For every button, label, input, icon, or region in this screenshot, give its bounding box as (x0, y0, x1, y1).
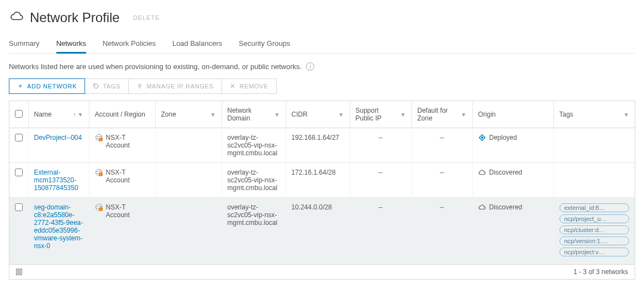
nsxt-icon: T (95, 169, 103, 176)
zone-cell (155, 198, 221, 265)
col-account[interactable]: Account / Region (89, 101, 155, 128)
cidr-cell: 10.244.0.0/28 (286, 198, 350, 265)
tag-pill[interactable]: ncp/cluster:d… (559, 225, 630, 234)
origin-cell: Discovered (472, 163, 553, 198)
support-public-ip-cell: -- (350, 163, 411, 198)
svg-point-1 (139, 84, 141, 87)
ip-range-icon (136, 83, 143, 90)
tab-summary[interactable]: Summary (9, 36, 40, 53)
filter-icon[interactable]: ▼ (339, 112, 344, 118)
col-default-for-zone[interactable]: Default for Zone▼ (411, 101, 472, 128)
table-row[interactable]: External-mcm1373520-150877845350TNSX-T A… (9, 163, 635, 198)
filter-icon[interactable]: ▼ (275, 112, 280, 118)
add-network-button[interactable]: + ADD NETWORK (9, 78, 85, 94)
cloud-icon (9, 9, 24, 26)
nsxt-icon: T (95, 203, 103, 211)
remove-icon: ✕ (230, 83, 236, 90)
row-checkbox[interactable] (15, 134, 23, 141)
tab-load-balancers[interactable]: Load Balancers (172, 36, 222, 53)
tag-pill[interactable]: ncp/project_u… (559, 214, 630, 223)
tab-network-policies[interactable]: Network Policies (103, 36, 156, 53)
network-name-link[interactable]: DevProject--004 (28, 128, 89, 163)
delete-button[interactable]: DELETE (133, 14, 160, 21)
svg-text:T: T (100, 208, 102, 211)
table-row[interactable]: seg-domain-c8:e2a5580e-2772-43f5-9eea-ed… (9, 198, 635, 265)
network-name-link[interactable]: External-mcm1373520-150877845350 (28, 163, 89, 198)
svg-text:T: T (100, 174, 102, 176)
table-toolbar: + ADD NETWORK TAGS MANAGE IP RANGES ✕ RE… (9, 78, 277, 94)
svg-text:T: T (100, 139, 102, 141)
info-icon[interactable]: i (306, 62, 314, 71)
cidr-cell: 192.168.1.64/27 (286, 128, 350, 163)
table-row[interactable]: DevProject--004TNSX-T Accountoverlay-tz-… (9, 128, 635, 163)
filter-icon[interactable]: ▼ (400, 112, 406, 118)
networks-table: Name↑ ▼ Account / Region Zone▼ Network D… (9, 101, 635, 280)
discovered-icon (478, 203, 486, 211)
col-zone[interactable]: Zone▼ (155, 101, 221, 128)
col-network-domain[interactable]: Network Domain▼ (221, 101, 286, 128)
filter-icon[interactable]: ▼ (78, 112, 83, 118)
filter-icon[interactable]: ▼ (210, 112, 216, 118)
network-domain-cell: overlay-tz-sc2vc05-vip-nsx-mgmt.cmbu.loc… (221, 198, 286, 265)
origin-cell: Discovered (472, 198, 553, 265)
default-for-zone-cell: -- (411, 198, 472, 265)
origin-cell: Deployed (472, 128, 553, 163)
deployed-icon (478, 134, 486, 141)
account-cell: TNSX-T Account (89, 128, 155, 163)
filter-icon[interactable]: ▼ (461, 112, 467, 118)
filter-icon[interactable]: ▼ (624, 112, 629, 118)
col-name[interactable]: Name↑ ▼ (28, 101, 89, 128)
default-for-zone-cell: -- (411, 128, 472, 163)
select-all-header[interactable] (9, 101, 28, 128)
column-toggle-icon[interactable] (16, 269, 24, 275)
tag-pill[interactable]: ncp/project:v… (559, 248, 630, 256)
tag-pill[interactable]: ncp/version:1.… (559, 237, 630, 245)
col-origin[interactable]: Origin (472, 101, 553, 128)
manage-ip-ranges-button[interactable]: MANAGE IP RANGES (129, 79, 222, 93)
support-public-ip-cell: -- (350, 198, 411, 265)
account-cell: TNSX-T Account (89, 163, 155, 198)
nsxt-icon: T (95, 134, 103, 141)
col-cidr[interactable]: CIDR▼ (286, 101, 350, 128)
tab-networks[interactable]: Networks (56, 36, 86, 53)
select-all-checkbox[interactable] (15, 110, 23, 118)
account-cell: TNSX-T Account (89, 198, 155, 265)
network-domain-cell: overlay-tz-sc2vc05-vip-nsx-mgmt.cmbu.loc… (221, 163, 286, 198)
col-tags[interactable]: Tags▼ (553, 101, 635, 128)
tabs: SummaryNetworksNetwork PoliciesLoad Bala… (9, 36, 635, 54)
tags-cell (553, 128, 635, 163)
default-for-zone-cell: -- (411, 163, 472, 198)
pagination-text: 1 - 3 of 3 networks (573, 268, 628, 276)
description-text: Networks listed here are used when provi… (9, 62, 302, 71)
svg-point-6 (481, 137, 483, 139)
page-title: Network Profile (30, 10, 120, 25)
tags-button[interactable]: TAGS (85, 79, 129, 93)
tags-cell (553, 163, 635, 198)
tag-icon (93, 83, 99, 90)
network-name-link[interactable]: seg-domain-c8:e2a5580e-2772-43f5-9eea-ed… (28, 198, 89, 265)
plus-icon: + (17, 83, 24, 90)
network-domain-cell: overlay-tz-sc2vc05-vip-nsx-mgmt.cmbu.loc… (221, 128, 286, 163)
tags-cell: external_id:8…ncp/project_u…ncp/cluster:… (553, 198, 635, 265)
sort-asc-icon: ↑ (73, 112, 76, 118)
tag-pill[interactable]: external_id:8… (559, 203, 630, 212)
tab-security-groups[interactable]: Security Groups (239, 36, 290, 53)
row-checkbox[interactable] (15, 203, 23, 211)
remove-button[interactable]: ✕ REMOVE (222, 79, 276, 93)
discovered-icon (478, 169, 486, 176)
support-public-ip-cell: -- (350, 128, 411, 163)
zone-cell (155, 128, 221, 163)
cidr-cell: 172.16.1.64/28 (286, 163, 350, 198)
zone-cell (155, 163, 221, 198)
row-checkbox[interactable] (15, 169, 23, 176)
svg-point-0 (94, 85, 96, 86)
col-support-public-ip[interactable]: Support Public IP▼ (350, 101, 411, 128)
